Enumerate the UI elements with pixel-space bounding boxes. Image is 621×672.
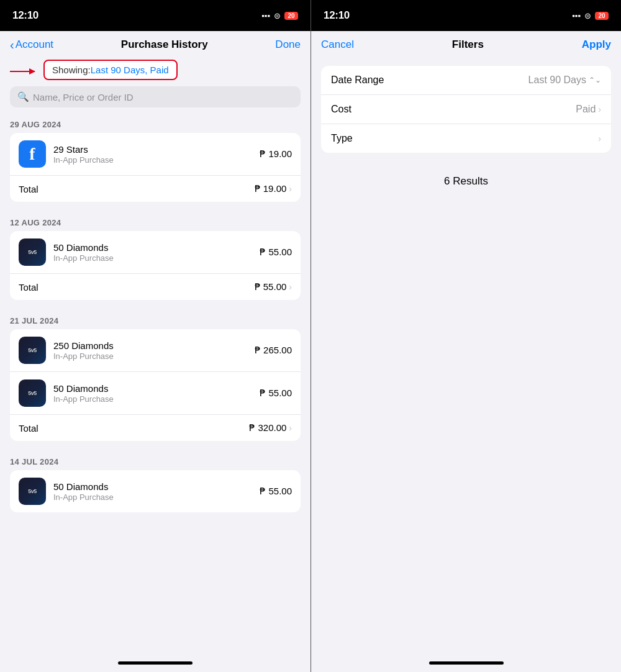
status-bar-left: 12:10 ▪▪▪ ⊜ 20: [0, 0, 310, 31]
date-header-1: 12 Aug 2024: [10, 212, 301, 231]
total-amount: ₱ 320.00 ›: [249, 422, 292, 434]
purchase-name: 29 Stars: [53, 144, 260, 155]
purchase-price: ₱ 55.00: [260, 247, 292, 258]
battery-badge-right: 20: [595, 12, 609, 20]
purchase-price: ₱ 19.00: [260, 148, 292, 160]
search-bar[interactable]: 🔍 Name, Price or Order ID: [10, 86, 301, 107]
filter-row-date-range[interactable]: Date Range Last 90 Days ⌃⌄: [321, 66, 611, 95]
search-bar-wrapper: 🔍 Name, Price or Order ID: [0, 86, 310, 114]
signal-icon-right: ▪▪▪: [572, 11, 581, 20]
purchase-price: ₱ 55.00: [260, 388, 292, 399]
purchase-type: In-App Purchase: [53, 493, 260, 502]
home-indicator-right: [311, 653, 621, 672]
total-amount: ₱ 19.00 ›: [255, 183, 292, 194]
back-chevron-icon: ‹: [10, 39, 14, 51]
date-header-0: 29 Aug 2024: [10, 114, 301, 133]
ml-logo-2: 5v5: [19, 379, 46, 407]
purchase-info-0-0: 29 Stars In-App Purchase: [53, 144, 260, 165]
total-row-1[interactable]: Total ₱ 55.00 ›: [10, 274, 301, 300]
purchase-info-2-0: 250 Diamonds In-App Purchase: [53, 340, 255, 361]
total-chevron-icon: ›: [289, 282, 292, 292]
total-label: Total: [19, 282, 39, 293]
purchase-type: In-App Purchase: [53, 352, 255, 361]
app-icon-ml-2: 5v5: [19, 379, 46, 407]
showing-value: Last 90 Days, Paid: [91, 65, 169, 75]
app-icon-facebook: f: [19, 140, 46, 168]
purchase-group-2: 5v5 250 Diamonds In-App Purchase ₱ 265.0…: [10, 329, 301, 441]
filter-card: Date Range Last 90 Days ⌃⌄ Cost Paid › T…: [321, 66, 611, 153]
back-label: Account: [16, 39, 53, 51]
purchase-type: In-App Purchase: [53, 394, 260, 404]
wifi-icon-right: ⊜: [584, 11, 591, 20]
table-row[interactable]: 5v5 50 Diamonds In-App Purchase ₱ 55.00: [10, 470, 301, 512]
page-title: Purchase History: [121, 39, 208, 51]
app-icon-ml-0: 5v5: [19, 238, 46, 266]
filter-row-cost[interactable]: Cost Paid ›: [321, 95, 611, 124]
nav-bar-left: ‹ Account Purchase History Done: [0, 31, 310, 56]
chevron-icon-type: ›: [598, 134, 601, 143]
status-icons-right: ▪▪▪ ⊜ 20: [572, 11, 609, 20]
total-row-2[interactable]: Total ₱ 320.00 ›: [10, 415, 301, 441]
showing-filter-pill[interactable]: Showing: Last 90 Days, Paid: [43, 60, 178, 80]
battery-badge-left: 20: [284, 12, 298, 20]
purchase-info-2-1: 50 Diamonds In-App Purchase: [53, 383, 260, 404]
nav-bar-right: Cancel Filters Apply: [311, 31, 621, 56]
status-icons-left: ▪▪▪ ⊜ 20: [261, 11, 298, 20]
filter-value-text: Last 90 Days: [528, 75, 586, 86]
search-icon: 🔍: [17, 91, 29, 102]
ml-logo-3: 5v5: [19, 478, 46, 505]
purchase-group-0: f 29 Stars In-App Purchase ₱ 19.00 Total…: [10, 133, 301, 202]
filter-value-text: Paid: [576, 104, 596, 115]
search-placeholder: Name, Price or Order ID: [33, 92, 134, 102]
home-indicator-left: [0, 653, 310, 672]
purchase-name: 50 Diamonds: [53, 383, 260, 394]
showing-bar: Showing: Last 90 Days, Paid: [0, 56, 310, 86]
filter-content: Date Range Last 90 Days ⌃⌄ Cost Paid › T…: [311, 56, 621, 653]
purchase-name: 250 Diamonds: [53, 340, 255, 351]
apply-button[interactable]: Apply: [582, 39, 611, 51]
date-header-3: 14 Jul 2024: [10, 451, 301, 470]
total-chevron-icon: ›: [289, 423, 292, 433]
purchase-info-3-0: 50 Diamonds In-App Purchase: [53, 481, 260, 502]
ml-logo-1: 5v5: [19, 337, 46, 364]
filter-value-cost: Paid ›: [576, 104, 601, 115]
status-bar-right: 12:10 ▪▪▪ ⊜ 20: [311, 0, 621, 31]
total-label: Total: [19, 423, 39, 434]
purchase-info-1-0: 50 Diamonds In-App Purchase: [53, 242, 260, 263]
wifi-icon: ⊜: [274, 11, 281, 20]
facebook-logo: f: [29, 145, 35, 163]
purchase-list: 29 Aug 2024 f 29 Stars In-App Purchase ₱…: [0, 114, 310, 653]
total-row-0[interactable]: Total ₱ 19.00 ›: [10, 176, 301, 202]
table-row[interactable]: 5v5 50 Diamonds In-App Purchase ₱ 55.00: [10, 231, 301, 274]
purchase-type: In-App Purchase: [53, 155, 260, 165]
total-value: ₱ 55.00: [255, 281, 287, 293]
home-bar-right: [429, 661, 504, 665]
status-time-right: 12:10: [324, 9, 350, 22]
back-button[interactable]: ‹ Account: [10, 39, 53, 51]
purchase-name: 50 Diamonds: [53, 242, 260, 253]
table-row[interactable]: 5v5 50 Diamonds In-App Purchase ₱ 55.00: [10, 372, 301, 415]
total-value: ₱ 19.00: [255, 183, 287, 194]
total-chevron-icon: ›: [289, 184, 292, 194]
filter-value-date-range: Last 90 Days ⌃⌄: [528, 75, 601, 86]
filter-label-cost: Cost: [331, 104, 351, 115]
total-value: ₱ 320.00: [249, 422, 286, 434]
cancel-button[interactable]: Cancel: [321, 39, 354, 51]
filter-row-type[interactable]: Type ›: [321, 124, 611, 153]
filter-value-type: ›: [598, 134, 601, 143]
filter-label-type: Type: [331, 133, 353, 144]
red-arrow-annotation: [10, 71, 35, 72]
status-time-left: 12:10: [12, 9, 39, 22]
table-row[interactable]: f 29 Stars In-App Purchase ₱ 19.00: [10, 133, 301, 176]
total-amount: ₱ 55.00 ›: [255, 281, 292, 293]
done-button[interactable]: Done: [275, 39, 301, 51]
app-icon-ml-1: 5v5: [19, 337, 46, 364]
table-row[interactable]: 5v5 250 Diamonds In-App Purchase ₱ 265.0…: [10, 329, 301, 372]
home-bar: [118, 661, 193, 665]
ml-logo-0: 5v5: [19, 238, 46, 266]
showing-prefix: Showing:: [52, 65, 91, 75]
updown-icon: ⌃⌄: [589, 76, 601, 84]
purchase-type: In-App Purchase: [53, 253, 260, 263]
purchase-price: ₱ 265.00: [255, 345, 292, 356]
purchase-group-1: 5v5 50 Diamonds In-App Purchase ₱ 55.00 …: [10, 231, 301, 300]
